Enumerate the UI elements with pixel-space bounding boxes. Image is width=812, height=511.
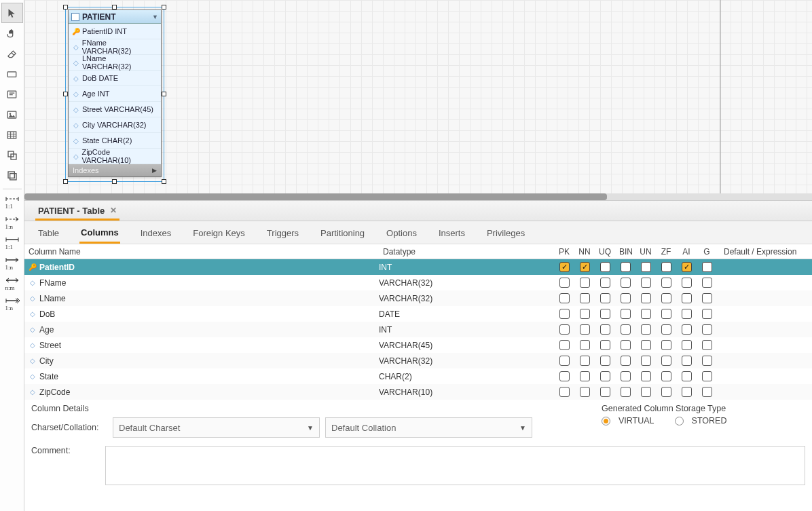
layer-tool[interactable] <box>1 64 23 84</box>
flag-checkbox-zf[interactable] <box>661 387 671 397</box>
header-datatype[interactable]: Datatype <box>379 247 554 257</box>
flag-checkbox-zf[interactable] <box>661 309 671 319</box>
flag-checkbox-g[interactable] <box>702 340 712 350</box>
flag-checkbox-zf[interactable] <box>661 371 671 381</box>
subtab-partitioning[interactable]: Partitioning <box>319 223 366 242</box>
flag-checkbox-g[interactable] <box>702 324 712 335</box>
rel-1-1-nonident[interactable]: 1:1 <box>1 192 23 212</box>
flag-checkbox-g[interactable] <box>702 262 712 272</box>
flag-checkbox-nn[interactable] <box>580 278 590 288</box>
flag-checkbox-pk[interactable] <box>559 356 570 366</box>
flag-checkbox-ai[interactable] <box>682 309 692 319</box>
flag-checkbox-uq[interactable] <box>600 309 610 319</box>
entity-title-bar[interactable]: PATIENT ▼ <box>69 10 161 24</box>
entity-column[interactable]: ZipCode VARCHAR(10) <box>69 149 161 164</box>
hand-tool[interactable] <box>1 23 23 43</box>
flag-checkbox-pk[interactable] <box>559 309 570 319</box>
flag-checkbox-uq[interactable] <box>600 356 610 366</box>
flag-checkbox-pk[interactable] <box>559 278 570 288</box>
flag-checkbox-ai[interactable] <box>682 324 692 335</box>
flag-checkbox-nn[interactable] <box>580 309 590 319</box>
flag-checkbox-uq[interactable] <box>600 371 610 381</box>
header-column-name[interactable]: Column Name <box>24 247 379 257</box>
flag-checkbox-un[interactable] <box>641 262 651 272</box>
chevron-down-icon[interactable]: ▼ <box>152 14 158 20</box>
flag-checkbox-ai[interactable] <box>682 356 692 366</box>
flag-checkbox-g[interactable] <box>702 387 712 397</box>
entity-column[interactable]: PatientID INT <box>69 24 161 39</box>
column-row[interactable]: DoBDATE <box>24 306 812 322</box>
charset-combo[interactable]: Default Charset ▼ <box>113 417 320 438</box>
entity-column[interactable]: Age INT <box>69 86 161 102</box>
note-tool[interactable] <box>1 84 23 105</box>
flag-checkbox-uq[interactable] <box>600 278 610 288</box>
flag-checkbox-un[interactable] <box>641 324 651 335</box>
entity-column[interactable]: LName VARCHAR(32) <box>69 55 161 71</box>
rel-1-1-ident[interactable]: 1:1 <box>1 233 23 253</box>
entity-column[interactable]: State CHAR(2) <box>69 133 161 149</box>
subtab-privileges[interactable]: Privileges <box>485 223 526 242</box>
entity-column[interactable]: FName VARCHAR(32) <box>69 39 161 55</box>
entity-column[interactable]: City VARCHAR(32) <box>69 117 161 133</box>
column-row[interactable]: CityVARCHAR(32) <box>24 353 812 368</box>
flag-checkbox-ai[interactable] <box>682 293 692 303</box>
flag-checkbox-pk[interactable] <box>559 371 570 381</box>
routine-tool[interactable] <box>1 166 23 186</box>
column-datatype[interactable]: DATE <box>379 309 554 319</box>
rel-1-n-nonident[interactable]: 1:n <box>1 212 23 233</box>
collation-combo[interactable]: Default Collation ▼ <box>325 417 532 438</box>
column-row[interactable]: FNameVARCHAR(32) <box>24 275 812 290</box>
flag-checkbox-un[interactable] <box>641 278 651 288</box>
subtab-foreign-keys[interactable]: Foreign Keys <box>191 223 246 242</box>
header-flag-ai[interactable]: AI <box>676 247 697 257</box>
image-tool[interactable] <box>1 105 23 125</box>
subtab-options[interactable]: Options <box>385 223 418 242</box>
column-datatype[interactable]: VARCHAR(32) <box>379 278 554 288</box>
column-datatype[interactable]: VARCHAR(45) <box>379 341 554 350</box>
flag-checkbox-pk[interactable] <box>559 262 570 272</box>
flag-checkbox-bin[interactable] <box>621 387 631 397</box>
comment-textarea[interactable] <box>105 446 805 485</box>
flag-checkbox-pk[interactable] <box>559 340 570 350</box>
flag-checkbox-ai[interactable] <box>682 262 692 272</box>
subtab-triggers[interactable]: Triggers <box>265 223 300 242</box>
flag-checkbox-zf[interactable] <box>661 324 671 335</box>
flag-checkbox-nn[interactable] <box>580 387 590 397</box>
flag-checkbox-pk[interactable] <box>559 324 570 335</box>
column-row[interactable]: AgeINT <box>24 322 812 337</box>
close-icon[interactable]: ✕ <box>110 206 117 215</box>
column-datatype[interactable]: VARCHAR(32) <box>379 294 554 303</box>
column-row[interactable]: PatientIDINT <box>24 259 812 275</box>
flag-checkbox-nn[interactable] <box>580 262 590 272</box>
flag-checkbox-zf[interactable] <box>661 278 671 288</box>
column-row[interactable]: StateCHAR(2) <box>24 368 812 384</box>
radio-virtual[interactable] <box>602 417 610 425</box>
subtab-table[interactable]: Table <box>37 223 60 242</box>
flag-checkbox-ai[interactable] <box>682 387 692 397</box>
flag-checkbox-uq[interactable] <box>600 293 610 303</box>
flag-checkbox-uq[interactable] <box>600 262 610 272</box>
header-flag-zf[interactable]: ZF <box>656 247 676 257</box>
flag-checkbox-bin[interactable] <box>621 293 631 303</box>
flag-checkbox-un[interactable] <box>641 356 651 366</box>
header-flag-uq[interactable]: UQ <box>595 247 615 257</box>
flag-checkbox-nn[interactable] <box>580 293 590 303</box>
flag-checkbox-bin[interactable] <box>621 324 631 335</box>
column-row[interactable]: StreetVARCHAR(45) <box>24 337 812 353</box>
entity-patient[interactable]: PATIENT ▼ PatientID INTFName VARCHAR(32)… <box>68 10 162 177</box>
flag-checkbox-nn[interactable] <box>580 356 590 366</box>
column-datatype[interactable]: VARCHAR(32) <box>379 356 554 366</box>
flag-checkbox-un[interactable] <box>641 340 651 350</box>
header-flag-pk[interactable]: PK <box>554 247 574 257</box>
editor-tab[interactable]: PATIENT - Table ✕ <box>35 202 119 221</box>
rel-1-n-ident[interactable]: 1:n <box>1 253 23 273</box>
flag-checkbox-nn[interactable] <box>580 340 590 350</box>
entity-column[interactable]: DoB DATE <box>69 71 161 86</box>
rel-existing[interactable]: 1:n <box>1 294 23 314</box>
header-flag-un[interactable]: UN <box>635 247 656 257</box>
entity-column[interactable]: Street VARCHAR(45) <box>69 102 161 117</box>
subtab-indexes[interactable]: Indexes <box>139 223 173 242</box>
flag-checkbox-uq[interactable] <box>600 387 610 397</box>
flag-checkbox-un[interactable] <box>641 293 651 303</box>
pointer-tool[interactable] <box>1 3 23 23</box>
